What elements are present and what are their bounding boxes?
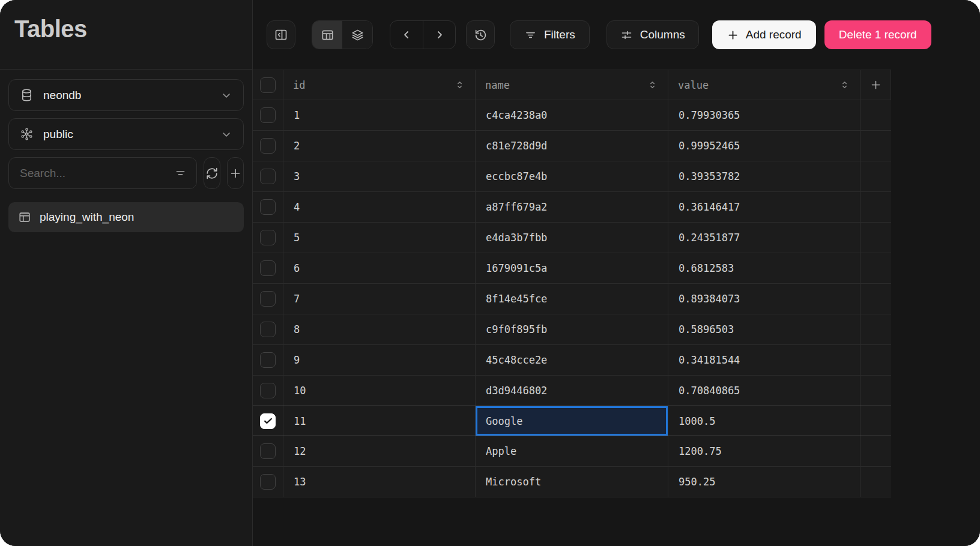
row-checkbox[interactable] — [260, 107, 276, 123]
cell-value[interactable]: 0.79930365 — [668, 100, 861, 130]
cell-value[interactable]: 950.25 — [668, 467, 861, 497]
row-checkbox[interactable] — [260, 291, 276, 307]
table-view-toggle[interactable] — [312, 21, 342, 49]
row-checkbox-cell — [253, 100, 283, 130]
cell-id[interactable]: 9 — [283, 345, 476, 375]
chevron-down-icon — [220, 89, 232, 101]
column-header-name[interactable]: name — [476, 70, 668, 100]
cell-value[interactable]: 0.24351877 — [668, 223, 861, 253]
search-filter-icon — [174, 167, 187, 179]
cell-id[interactable]: 13 — [283, 467, 476, 497]
history-button[interactable] — [466, 20, 495, 49]
refresh-button[interactable] — [204, 157, 220, 189]
row-checkbox-cell — [253, 161, 283, 191]
cell-value[interactable]: 0.99952465 — [668, 131, 861, 161]
table-row: 4 a87ff679a2 0.36146417 — [253, 192, 891, 223]
view-mode-switch — [312, 20, 373, 49]
cell-id[interactable]: 11 — [283, 406, 476, 436]
delete-record-button[interactable]: Delete 1 record — [824, 20, 931, 49]
column-header-id[interactable]: id — [283, 70, 476, 100]
column-header-value-label: value — [678, 79, 709, 91]
row-checkbox[interactable] — [260, 138, 276, 154]
row-checkbox[interactable] — [260, 322, 276, 337]
cell-id[interactable]: 8 — [283, 314, 476, 344]
cell-value[interactable]: 0.36146417 — [668, 192, 861, 222]
search-row — [8, 157, 244, 189]
cell-id[interactable]: 7 — [283, 284, 476, 314]
table-row: 5 e4da3b7fbb 0.24351877 — [253, 223, 891, 253]
row-checkbox[interactable] — [260, 169, 276, 184]
add-column-button[interactable] — [861, 70, 891, 100]
sidebar-item-playing-with-neon[interactable]: playing_with_neon — [8, 202, 244, 232]
column-header-value[interactable]: value — [668, 70, 861, 100]
chevron-left-icon — [401, 29, 413, 41]
cell-name[interactable]: d3d9446802 — [476, 376, 668, 406]
table-body: 1 c4ca4238a0 0.79930365 2 c81e728d9d 0.9… — [253, 100, 891, 497]
cell-id[interactable]: 5 — [283, 223, 476, 253]
columns-button[interactable]: Columns — [606, 20, 699, 49]
schema-select[interactable]: public — [8, 118, 244, 150]
row-checkbox[interactable] — [260, 230, 276, 245]
cell-name[interactable]: eccbc87e4b — [476, 161, 668, 191]
cell-name[interactable]: Microsoft — [476, 467, 668, 497]
sort-icon[interactable] — [647, 79, 658, 91]
cell-name[interactable]: c81e728d9d — [476, 131, 668, 161]
cell-id[interactable]: 1 — [283, 100, 476, 130]
prev-page-button[interactable] — [390, 21, 423, 49]
cell-value[interactable]: 1200.75 — [668, 436, 861, 466]
cell-value[interactable]: 0.34181544 — [668, 345, 861, 375]
cell-value[interactable]: 0.89384073 — [668, 284, 861, 314]
sort-icon[interactable] — [839, 79, 850, 91]
cell-id[interactable]: 10 — [283, 376, 476, 406]
row-checkbox[interactable] — [260, 383, 276, 398]
search-input[interactable] — [19, 166, 168, 181]
layers-view-toggle[interactable] — [342, 21, 372, 49]
cell-value[interactable]: 0.5896503 — [668, 314, 861, 344]
cell-value[interactable]: 0.39353782 — [668, 161, 861, 191]
cell-id[interactable]: 12 — [283, 436, 476, 466]
row-checkbox[interactable] — [260, 352, 276, 368]
table-list: playing_with_neon — [8, 202, 244, 232]
filters-button[interactable]: Filters — [510, 20, 590, 49]
cell-id[interactable]: 3 — [283, 161, 476, 191]
cell-name[interactable]: e4da3b7fbb — [476, 223, 668, 253]
row-checkbox[interactable] — [260, 413, 276, 429]
sidebar-header: Tables — [0, 0, 252, 70]
add-table-button[interactable] — [227, 157, 244, 189]
row-checkbox[interactable] — [260, 260, 276, 276]
toolbar: Filters Columns Add record Delete 1 — [253, 0, 980, 70]
cell-id[interactable]: 2 — [283, 131, 476, 161]
next-page-button[interactable] — [423, 21, 455, 49]
cell-value[interactable]: 0.70840865 — [668, 376, 861, 406]
cell-name[interactable]: 8f14e45fce — [476, 284, 668, 314]
pagination-nav — [390, 20, 456, 49]
cell-name[interactable]: c4ca4238a0 — [476, 100, 668, 130]
cell-value[interactable]: 1000.5 — [668, 406, 861, 436]
cell-name[interactable]: a87ff679a2 — [476, 192, 668, 222]
row-checkbox[interactable] — [260, 443, 276, 459]
cell-name[interactable]: c9f0f895fb — [476, 314, 668, 344]
cell-id[interactable]: 6 — [283, 253, 476, 283]
sidebar-body: neondb public — [0, 70, 252, 232]
search-box[interactable] — [8, 157, 197, 189]
add-record-button[interactable]: Add record — [712, 20, 816, 49]
table-view-icon — [321, 28, 334, 42]
database-icon — [20, 88, 34, 102]
sliders-icon — [620, 29, 633, 41]
cell-name[interactable]: Google — [476, 406, 668, 436]
cell-name[interactable]: 1679091c5a — [476, 253, 668, 283]
select-all-checkbox[interactable] — [260, 77, 276, 93]
row-checkbox[interactable] — [260, 199, 276, 215]
collapse-sidebar-button[interactable] — [267, 20, 295, 49]
filter-lines-icon — [524, 29, 537, 41]
columns-button-label: Columns — [640, 28, 685, 41]
database-select[interactable]: neondb — [8, 79, 244, 111]
sort-icon[interactable] — [454, 79, 465, 91]
cell-name[interactable]: 45c48cce2e — [476, 345, 668, 375]
select-all-cell — [253, 70, 283, 100]
cell-id[interactable]: 4 — [283, 192, 476, 222]
row-checkbox[interactable] — [260, 474, 276, 490]
history-icon — [474, 28, 488, 42]
cell-name[interactable]: Apple — [476, 436, 668, 466]
cell-value[interactable]: 0.6812583 — [668, 253, 861, 283]
